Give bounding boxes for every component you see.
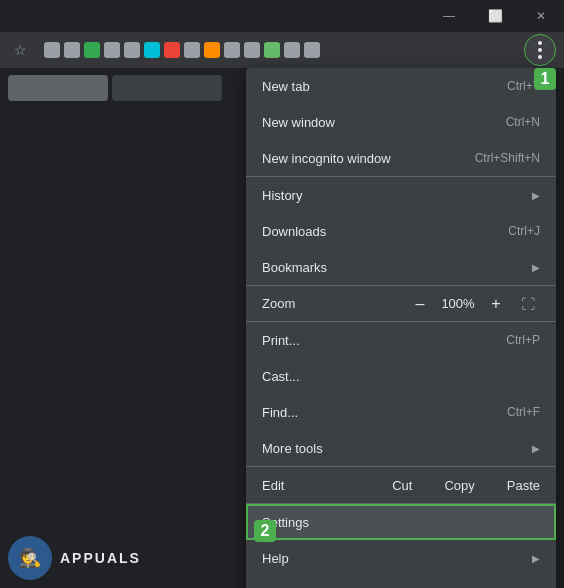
color-swatch (224, 42, 240, 58)
close-button[interactable]: ✕ (518, 0, 564, 32)
zoom-in-button[interactable]: + (484, 292, 508, 316)
bottom-area: 🕵️ APPUALS (0, 528, 200, 588)
color-swatch (64, 42, 80, 58)
menu-section-nav: History ▶ Downloads Ctrl+J Bookmarks ▶ (246, 177, 556, 286)
toolbar-tab-2[interactable] (112, 75, 222, 101)
zoom-row: Zoom – 100% + ⛶ (246, 286, 556, 322)
fullscreen-button[interactable]: ⛶ (516, 292, 540, 316)
toolbar-tab-1[interactable] (8, 75, 108, 101)
menu-item-new-tab[interactable]: New tab Ctrl+T (246, 68, 556, 104)
app-logo: 🕵️ (8, 536, 52, 580)
menu-item-bookmarks[interactable]: Bookmarks ▶ (246, 249, 556, 285)
edit-row: Edit Cut Copy Paste (246, 467, 556, 503)
minimize-button[interactable]: — (426, 0, 472, 32)
menu-section-tools: Print... Ctrl+P Cast... Find... Ctrl+F M… (246, 322, 556, 467)
menu-item-more-tools[interactable]: More tools ▶ (246, 430, 556, 466)
color-swatch (44, 42, 60, 58)
menu-item-history[interactable]: History ▶ (246, 177, 556, 213)
color-swatch (164, 42, 180, 58)
settings-badge-2: 2 (254, 520, 276, 542)
menu-item-cast[interactable]: Cast... (246, 358, 556, 394)
three-dots-icon (538, 41, 542, 59)
menu-item-settings[interactable]: Settings 2 (246, 504, 556, 540)
color-swatch (144, 42, 160, 58)
menu-section-edit: Edit Cut Copy Paste (246, 467, 556, 504)
star-icon[interactable]: ☆ (8, 38, 32, 62)
color-swatch (184, 42, 200, 58)
menu-item-incognito[interactable]: New incognito window Ctrl+Shift+N (246, 140, 556, 176)
menu-item-downloads[interactable]: Downloads Ctrl+J (246, 213, 556, 249)
tab-color-swatches (44, 42, 520, 58)
maximize-button[interactable]: ⬜ (472, 0, 518, 32)
copy-button[interactable]: Copy (428, 467, 490, 503)
menu-badge-1: 1 (534, 68, 556, 90)
color-swatch (244, 42, 260, 58)
menu-item-help[interactable]: Help ▶ (246, 540, 556, 576)
color-swatch (124, 42, 140, 58)
zoom-controls: – 100% + (408, 292, 508, 316)
color-swatch (304, 42, 320, 58)
color-swatch (104, 42, 120, 58)
menu-item-exit[interactable]: Exit (246, 576, 556, 588)
menu-section-new: New tab Ctrl+T New window Ctrl+N New inc… (246, 68, 556, 177)
color-swatch (204, 42, 220, 58)
paste-button[interactable]: Paste (491, 467, 556, 503)
title-bar: — ⬜ ✕ (0, 0, 564, 32)
cut-button[interactable]: Cut (376, 467, 428, 503)
logo-text-area: APPUALS (60, 550, 141, 566)
menu-item-print[interactable]: Print... Ctrl+P (246, 322, 556, 358)
color-swatch (264, 42, 280, 58)
zoom-out-button[interactable]: – (408, 292, 432, 316)
logo-text: APPUALS (60, 550, 141, 566)
menu-section-app: Settings 2 Help ▶ Exit (246, 504, 556, 588)
tab-bar: ☆ 1 (0, 32, 564, 68)
color-swatch (84, 42, 100, 58)
color-swatch (284, 42, 300, 58)
chrome-menu-button[interactable] (524, 34, 556, 66)
menu-item-new-window[interactable]: New window Ctrl+N (246, 104, 556, 140)
chrome-dropdown-menu: New tab Ctrl+T New window Ctrl+N New inc… (246, 68, 556, 588)
menu-item-find[interactable]: Find... Ctrl+F (246, 394, 556, 430)
